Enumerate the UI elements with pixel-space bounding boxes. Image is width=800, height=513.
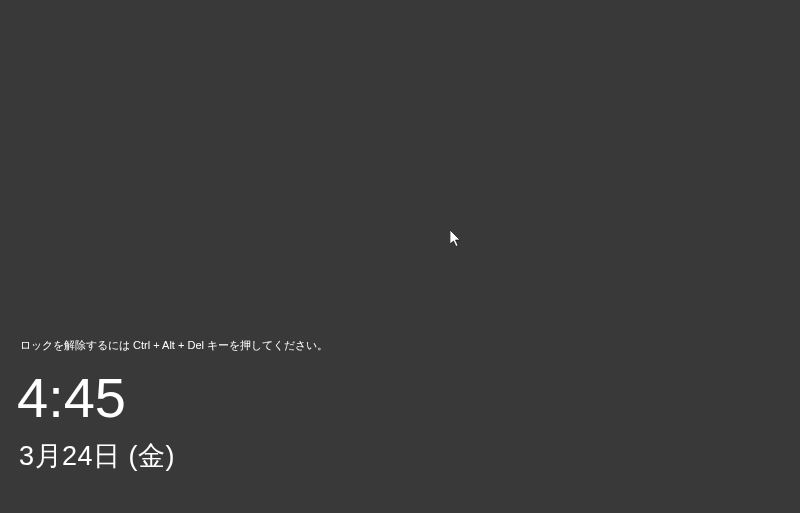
clock-date: 3月24日 (金) <box>19 443 175 470</box>
lockscreen[interactable]: ロックを解除するには Ctrl + Alt + Del キーを押してください。 … <box>0 0 800 513</box>
clock-time: 4:45 <box>17 370 126 426</box>
mouse-cursor-icon <box>450 230 462 248</box>
unlock-instruction-text: ロックを解除するには Ctrl + Alt + Del キーを押してください。 <box>20 338 328 353</box>
